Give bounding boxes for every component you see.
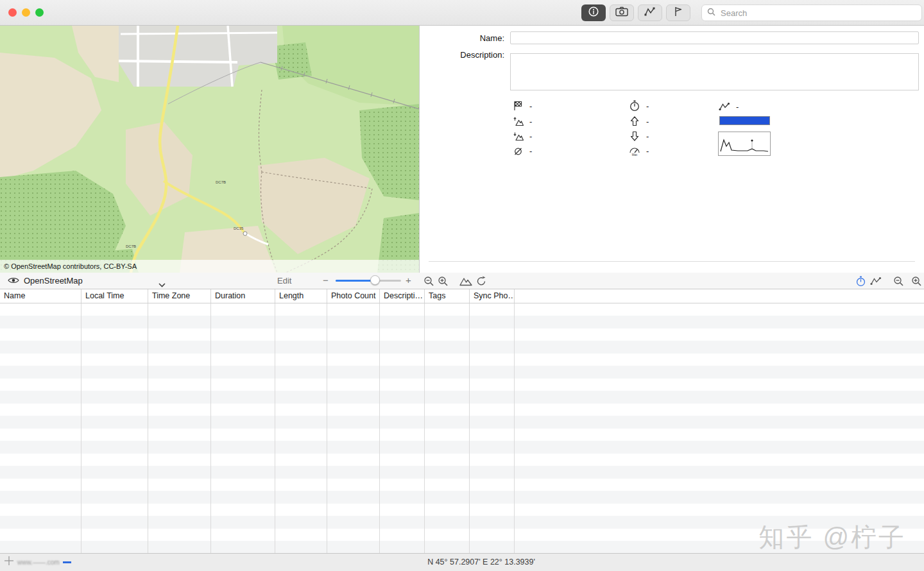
chart-distance-axis-button[interactable] xyxy=(869,275,882,287)
track-color-bar[interactable] xyxy=(719,116,770,125)
ascent-icon xyxy=(512,117,524,126)
toolbar-segment-photos[interactable] xyxy=(610,4,634,21)
column-divider xyxy=(81,303,81,553)
flag-icon xyxy=(673,6,683,20)
column-divider xyxy=(514,303,515,553)
stat-value: - xyxy=(529,101,532,111)
search-icon xyxy=(707,7,715,19)
stat-value: - xyxy=(646,101,649,111)
name-field[interactable] xyxy=(510,31,919,44)
table-body[interactable] xyxy=(0,303,924,553)
column-header-1[interactable]: Name xyxy=(0,289,81,303)
column-divider xyxy=(424,303,425,553)
zoom-slider-fill xyxy=(336,280,375,282)
stat-value: - xyxy=(646,146,649,156)
column-header-8[interactable]: Tags xyxy=(425,289,470,303)
eye-icon xyxy=(8,275,19,287)
stat-value: - xyxy=(529,132,532,141)
map-view[interactable]: DC7B DC7B DC35 © OpenStreetMap contribut… xyxy=(0,26,419,273)
map-attribution: © OpenStreetMap contributors, CC-BY-SA xyxy=(0,260,419,273)
stat-min-altitude: - xyxy=(629,130,649,142)
duration-icon xyxy=(629,100,640,112)
stat-average: - xyxy=(512,145,532,157)
stat-max-altitude: - xyxy=(629,115,649,127)
column-divider xyxy=(210,303,211,553)
description-field[interactable] xyxy=(510,53,919,90)
zoom-slider-thumb[interactable] xyxy=(370,275,380,285)
min-altitude-icon xyxy=(629,131,640,141)
track-icon xyxy=(719,102,730,111)
column-header-9[interactable]: Sync Pho… xyxy=(470,289,515,303)
column-header-3[interactable]: Time Zone xyxy=(148,289,211,303)
cursor-coordinates: N 45° 57.2907' E 22° 13.3939' xyxy=(427,558,535,567)
titlebar xyxy=(0,0,924,26)
footer-watermark: www.——.com xyxy=(4,556,71,568)
zoom-out-button[interactable] xyxy=(422,275,435,287)
toolbar-segment-info[interactable] xyxy=(581,4,606,21)
elevation-profile-thumbnail[interactable] xyxy=(718,132,771,156)
rotate-icon[interactable] xyxy=(475,275,488,287)
terrain-icon[interactable] xyxy=(459,275,472,287)
map-label: DC7B xyxy=(216,180,226,184)
column-header-4[interactable]: Duration xyxy=(211,289,275,303)
svg-text:Max: Max xyxy=(632,153,638,157)
stat-value: - xyxy=(646,117,649,126)
descent-icon xyxy=(512,132,524,141)
stat-duration: - xyxy=(629,100,649,112)
map-marker[interactable] xyxy=(243,232,247,235)
stat-value: - xyxy=(736,102,739,112)
average-icon xyxy=(512,146,524,156)
stat-value: - xyxy=(529,146,532,156)
flag-checkered-icon xyxy=(512,101,524,111)
stat-start-finish: - xyxy=(512,100,532,112)
chevron-down-icon[interactable] xyxy=(158,278,166,290)
map-label: DC35 xyxy=(234,226,244,230)
edit-button[interactable]: Edit xyxy=(277,273,291,289)
camera-icon xyxy=(615,6,628,19)
chart-zoom-out-button[interactable] xyxy=(892,275,905,287)
stat-total-descent: - xyxy=(512,130,532,142)
search-field[interactable] xyxy=(701,4,922,21)
zhihu-watermark: 知乎 @柠子 xyxy=(758,520,906,555)
stat-value: - xyxy=(646,132,649,141)
stat-total-ascent: - xyxy=(512,115,532,127)
watermark-blue-dash xyxy=(63,561,71,563)
chart-zoom-in-button[interactable] xyxy=(910,275,923,287)
zoom-slider-plus[interactable]: + xyxy=(406,273,411,288)
map-toolbar: OpenStreetMap Edit − + xyxy=(0,273,924,289)
close-window-button[interactable] xyxy=(8,8,17,17)
inspector-panel: Name: Description: - - - - - xyxy=(420,26,924,273)
column-header-7[interactable]: Descripti… xyxy=(380,289,425,303)
column-header-6[interactable]: Photo Count xyxy=(327,289,380,303)
toolbar-segment-waypoints[interactable] xyxy=(666,4,690,21)
stat-track-length: - xyxy=(719,101,739,112)
inspector-divider xyxy=(429,261,915,262)
stat-max-speed: Max - xyxy=(629,145,649,157)
description-label: Description: xyxy=(420,50,504,60)
track-icon xyxy=(644,6,656,19)
zoom-in-button[interactable] xyxy=(436,275,449,287)
zoom-window-button[interactable] xyxy=(35,8,44,17)
column-divider xyxy=(469,303,470,553)
zoom-slider[interactable] xyxy=(336,280,401,282)
search-input[interactable] xyxy=(719,8,916,19)
map-provider-dropdown[interactable]: OpenStreetMap xyxy=(8,273,83,289)
chart-time-axis-button[interactable] xyxy=(854,275,867,287)
status-bar: N 45° 57.2907' E 22° 13.3939' xyxy=(0,553,924,571)
elevation-profile-chart xyxy=(719,132,770,155)
column-divider xyxy=(275,303,275,553)
crosshair-plus-icon xyxy=(4,556,14,568)
site-watermark-text: www.——.com xyxy=(17,559,60,566)
column-divider xyxy=(327,303,327,553)
name-label: Name: xyxy=(420,33,504,43)
map-provider-label: OpenStreetMap xyxy=(24,276,83,286)
column-header-5[interactable]: Length xyxy=(275,289,327,303)
column-divider xyxy=(148,303,148,553)
column-header-2[interactable]: Local Time xyxy=(81,289,148,303)
column-divider xyxy=(379,303,380,553)
stat-value: - xyxy=(529,117,532,126)
zoom-slider-minus[interactable]: − xyxy=(323,273,329,288)
toolbar-segment-track[interactable] xyxy=(638,4,662,21)
max-altitude-icon xyxy=(629,116,640,126)
minimize-window-button[interactable] xyxy=(22,8,30,17)
